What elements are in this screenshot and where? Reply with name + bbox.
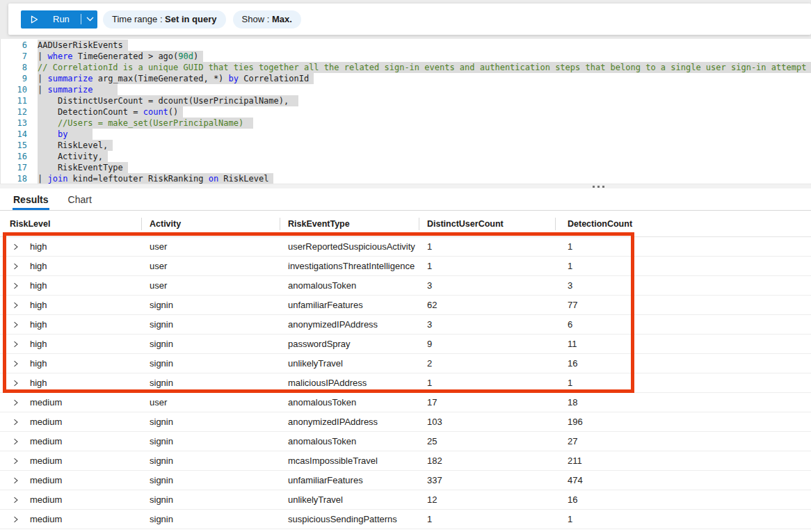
table-row[interactable]: highuserinvestigationsThreatIntelligence…	[0, 257, 811, 276]
code-line[interactable]: // CorrelationId is a unique GUID that t…	[38, 62, 811, 73]
cell-RiskEventType: mcasImpossibleTravel	[280, 451, 419, 470]
cell-value: medium	[30, 456, 62, 466]
code-line[interactable]: RiskLevel,	[38, 140, 811, 151]
table-row[interactable]: mediumsigninunfamiliarFeatures337474	[0, 471, 811, 490]
row-expand-chevron-icon[interactable]	[13, 263, 19, 270]
table-row[interactable]: highsigninanonymizedIPAddress36	[0, 315, 811, 334]
row-expand-chevron-icon[interactable]	[13, 360, 19, 367]
cell-value: user	[150, 397, 167, 408]
show-selector[interactable]: Show : Max.	[233, 10, 301, 29]
cell-RiskEventType: anonymizedIPAddress	[280, 412, 419, 431]
time-range-selector[interactable]: Time range : Set in query	[103, 10, 226, 29]
cell-value: userReportedSuspiciousActivity	[288, 241, 415, 252]
run-button[interactable]: Run	[21, 10, 97, 29]
code-line[interactable]: DistinctUserCount = dcount(UserPrincipal…	[38, 95, 811, 106]
code-line[interactable]: //Users = make_set(UserPrincipalName)	[38, 118, 811, 129]
cell-DistinctUserCount: 62	[419, 296, 555, 314]
code-line[interactable]: Activity,	[38, 151, 811, 162]
code-line[interactable]: | join kind=leftouter RiskRanking on Ris…	[38, 173, 811, 184]
cell-RiskLevel: high	[0, 354, 141, 373]
table-row[interactable]: highsigninunfamiliarFeatures6277	[0, 296, 811, 315]
cell-value: maliciousIPAddress	[288, 378, 367, 388]
query-editor[interactable]: 6789101112131415161718 AADUserRiskEvents…	[0, 39, 811, 184]
cell-value: 182	[427, 456, 442, 466]
panel-splitter[interactable]	[0, 184, 811, 188]
row-expand-chevron-icon[interactable]	[13, 458, 19, 465]
cell-DetectionCount: 3	[555, 276, 811, 295]
tab-results[interactable]: Results	[13, 188, 49, 210]
code-line[interactable]: AADUserRiskEvents	[38, 40, 811, 51]
cell-value: signin	[150, 339, 173, 349]
cell-RiskEventType: anonymizedIPAddress	[280, 315, 419, 334]
table-row[interactable]: mediumuseranomalousToken1718	[0, 393, 811, 412]
cell-RiskEventType: anomalousToken	[280, 393, 419, 412]
row-expand-chevron-icon[interactable]	[13, 477, 19, 484]
cell-Activity: signin	[141, 296, 280, 314]
row-expand-chevron-icon[interactable]	[13, 243, 19, 250]
cell-value: 12	[427, 494, 437, 505]
cell-value: 196	[568, 417, 583, 427]
row-expand-chevron-icon[interactable]	[13, 341, 19, 348]
cell-value: 18	[568, 397, 577, 408]
cell-value: signin	[150, 417, 173, 427]
code-line[interactable]: | summarize	[38, 84, 811, 95]
row-expand-chevron-icon[interactable]	[13, 438, 19, 445]
cell-Activity: signin	[141, 451, 280, 470]
table-row[interactable]: highsigninmaliciousIPAddress11	[0, 373, 811, 393]
row-expand-chevron-icon[interactable]	[13, 516, 19, 523]
table-row[interactable]: highsigninunlikelyTravel216	[0, 354, 811, 373]
column-header-Activity[interactable]: Activity	[141, 211, 280, 236]
code-line[interactable]: RiskEventType	[38, 162, 811, 173]
cell-DistinctUserCount: 3	[419, 276, 555, 295]
cell-Activity: signin	[141, 373, 280, 392]
chevron-down-icon[interactable]	[86, 17, 94, 22]
column-header-RiskLevel[interactable]: RiskLevel	[0, 211, 141, 236]
table-row[interactable]: mediumsigninsuspiciousSendingPatterns11	[0, 510, 811, 529]
table-row[interactable]: highsigninpasswordSpray911	[0, 334, 811, 354]
table-row[interactable]: highuseranomalousToken33	[0, 276, 811, 296]
row-expand-chevron-icon[interactable]	[13, 399, 19, 406]
cell-value: 62	[427, 300, 437, 310]
table-row[interactable]: highuseruserReportedSuspiciousActivity11	[0, 237, 811, 257]
cell-value: 9	[427, 339, 432, 349]
code-line[interactable]: by	[38, 129, 811, 140]
cell-DistinctUserCount: 12	[419, 490, 555, 509]
column-header-DetectionCount[interactable]: DetectionCount	[555, 211, 811, 236]
row-expand-chevron-icon[interactable]	[13, 380, 19, 387]
cell-RiskEventType: userReportedSuspiciousActivity	[280, 237, 419, 256]
cell-Activity: signin	[141, 510, 280, 529]
code-line[interactable]: | where TimeGenerated > ago(90d)	[38, 51, 811, 62]
cell-value: 474	[568, 475, 583, 485]
cell-value: 6	[568, 319, 572, 330]
table-row[interactable]: mediumsigninmcasImpossibleTravel182211	[0, 451, 811, 471]
tab-chart[interactable]: Chart	[67, 188, 93, 210]
column-header-RiskEventType[interactable]: RiskEventType	[280, 211, 419, 236]
cell-RiskLevel: high	[0, 315, 141, 334]
cell-RiskEventType: unlikelyTravel	[280, 490, 419, 509]
cell-value: signin	[150, 378, 173, 388]
cell-value: unlikelyTravel	[288, 494, 343, 505]
cell-value: passwordSpray	[288, 339, 351, 349]
code-line[interactable]: DetectionCount = count()	[38, 106, 811, 118]
cell-Activity: signin	[141, 490, 280, 509]
cell-value: mcasImpossibleTravel	[288, 456, 378, 466]
editor-code[interactable]: AADUserRiskEvents| where TimeGenerated >…	[38, 40, 811, 184]
row-expand-chevron-icon[interactable]	[13, 282, 19, 289]
row-expand-chevron-icon[interactable]	[13, 321, 19, 328]
cell-DistinctUserCount: 9	[419, 334, 555, 353]
table-row[interactable]: mediumsigninanomalousToken2527	[0, 432, 811, 451]
row-expand-chevron-icon[interactable]	[13, 497, 19, 503]
row-expand-chevron-icon[interactable]	[13, 302, 19, 309]
table-row[interactable]: mediumsigninunlikelyTravel1216	[0, 490, 811, 510]
cell-value: investigationsThreatIntelligence	[288, 261, 415, 271]
row-expand-chevron-icon[interactable]	[13, 419, 19, 426]
cell-value: 2	[427, 358, 432, 369]
line-number: 9	[1, 73, 27, 84]
line-number: 16	[1, 151, 27, 162]
table-row[interactable]: mediumsigninanonymizedIPAddress103196	[0, 412, 811, 432]
line-number: 11	[1, 95, 27, 106]
column-header-DistinctUserCount[interactable]: DistinctUserCount	[419, 211, 555, 236]
splitter-drag-handle-icon[interactable]	[593, 186, 604, 188]
cell-Activity: user	[141, 393, 280, 412]
code-line[interactable]: | summarize arg_max(TimeGenerated, *) by…	[38, 73, 811, 84]
